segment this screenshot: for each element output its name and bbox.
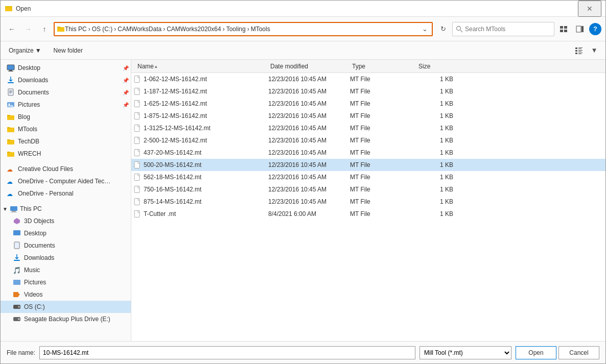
- sidebar-item-creative-cloud[interactable]: ☁ Creative Cloud Files: [1, 163, 131, 175]
- file-type: MT File: [350, 76, 416, 83]
- file-size: 1 KB: [416, 137, 457, 144]
- sidebar-item-onedrive-work[interactable]: ☁ OneDrive - Computer Aided Technolo...: [1, 175, 131, 187]
- sidebar-item-documents[interactable]: Documents 📌: [1, 86, 131, 99]
- view-dropdown-button[interactable]: ▼: [587, 44, 601, 57]
- breadcrumb-part-2[interactable]: OS (C:): [92, 26, 113, 33]
- col-header-name[interactable]: Name ▴: [133, 60, 266, 72]
- sidebar-label-onedrive-personal: OneDrive - Personal: [18, 190, 74, 197]
- filetype-select[interactable]: Mill Tool (*.mt) All Files (*.*): [419, 346, 511, 359]
- preview-button[interactable]: [573, 22, 587, 36]
- cancel-button[interactable]: Cancel: [558, 346, 599, 359]
- col-header-type[interactable]: Type: [348, 60, 414, 72]
- organize-button[interactable]: Organize ▼: [5, 44, 45, 57]
- svg-rect-3: [57, 28, 64, 32]
- file-icon: [133, 185, 142, 193]
- this-pc-icon: [10, 205, 18, 213]
- sidebar-label-documents-pc: Documents: [24, 242, 55, 249]
- breadcrumb-part-6[interactable]: MTools: [251, 26, 270, 33]
- pictures-icon: [7, 101, 15, 109]
- forward-button[interactable]: →: [21, 22, 35, 36]
- filename-input[interactable]: [39, 346, 415, 359]
- this-pc-label: This PC: [20, 205, 42, 212]
- sidebar-item-pictures-pc[interactable]: Pictures: [1, 276, 131, 288]
- downloads-pc-icon: [13, 254, 21, 262]
- sidebar-label-3d-objects: 3D Objects: [24, 217, 54, 225]
- file-row-4[interactable]: 1-3125-12-MS-16142.mt 12/23/2016 10:45 A…: [131, 122, 605, 134]
- file-row-11[interactable]: T-Cutter .mt 8/4/2021 6:00 AM MT File 1 …: [131, 208, 605, 220]
- file-name: 1-062-12-MS-16142.mt: [144, 76, 268, 83]
- sidebar-item-documents-pc[interactable]: Documents: [1, 239, 131, 252]
- this-pc-header[interactable]: ▼ This PC: [1, 203, 131, 215]
- file-row-10[interactable]: 875-14-MS-16142.mt 12/23/2016 10:45 AM M…: [131, 196, 605, 208]
- open-button[interactable]: Open: [516, 346, 556, 359]
- sidebar-item-3d-objects[interactable]: 3D Objects: [1, 215, 131, 227]
- new-folder-button[interactable]: New folder: [50, 44, 87, 57]
- file-row-8[interactable]: 562-18-MS-16142.mt 12/23/2016 10:45 AM M…: [131, 171, 605, 183]
- sidebar-item-downloads[interactable]: Downloads 📌: [1, 74, 131, 86]
- address-dropdown-button[interactable]: ⌄: [419, 22, 430, 36]
- file-row-2[interactable]: 1-625-12-MS-16142.mt 12/23/2016 10:45 AM…: [131, 98, 605, 110]
- main-content: Desktop 📌 Downloads 📌 Documents 📌: [1, 60, 605, 341]
- file-name: 750-16-MS-16142.mt: [144, 186, 268, 193]
- file-icon: [133, 124, 142, 132]
- svg-rect-39: [7, 152, 10, 153]
- sidebar-item-desktop[interactable]: Desktop 📌: [1, 62, 131, 74]
- sidebar-item-music[interactable]: 🎵 Music: [1, 264, 131, 276]
- file-row-1[interactable]: 1-187-12-MS-16142.mt 12/23/2016 10:45 AM…: [131, 85, 605, 98]
- svg-rect-13: [575, 47, 577, 49]
- 3d-objects-icon: [13, 217, 21, 225]
- videos-icon: [13, 290, 21, 299]
- search-input[interactable]: [465, 26, 551, 33]
- file-size: 1 KB: [416, 125, 457, 132]
- file-icon: [133, 210, 142, 218]
- file-row-5[interactable]: 2-500-12-MS-16142.mt 12/23/2016 10:45 AM…: [131, 134, 605, 147]
- change-view-button[interactable]: [572, 44, 586, 57]
- address-bar[interactable]: This PC › OS (C:) › CAMWorksData › CAMWo…: [54, 22, 433, 36]
- pin-icon-downloads: 📌: [123, 78, 129, 83]
- file-date: 12/23/2016 10:45 AM: [268, 198, 350, 205]
- svg-rect-44: [12, 211, 16, 212]
- sidebar-item-wrech[interactable]: WRECH: [1, 148, 131, 160]
- sidebar-item-seagate[interactable]: Seagate Backup Plus Drive (E:): [1, 313, 131, 325]
- close-button[interactable]: ✕: [578, 1, 601, 17]
- sidebar-label-techdb: TechDB: [18, 138, 39, 145]
- sidebar-item-os-c[interactable]: OS (C:): [1, 301, 131, 313]
- action-buttons: Open Cancel: [516, 346, 599, 359]
- back-button[interactable]: ←: [5, 22, 19, 36]
- file-type: MT File: [350, 210, 416, 217]
- sidebar-item-blog[interactable]: Blog: [1, 111, 131, 123]
- file-list-header: Name ▴ Date modified Type Size: [131, 60, 605, 73]
- file-date: 12/23/2016 10:45 AM: [268, 88, 350, 95]
- help-button[interactable]: ?: [589, 23, 601, 35]
- dialog-icon: [5, 5, 13, 13]
- sidebar-item-downloads-pc[interactable]: Downloads: [1, 252, 131, 264]
- breadcrumb-part-3[interactable]: CAMWorksData: [118, 26, 161, 33]
- view-options-button[interactable]: [556, 22, 571, 36]
- sidebar-label-pictures-pc: Pictures: [24, 279, 46, 286]
- file-row-6[interactable]: 437-20-MS-16142.mt 12/23/2016 10:45 AM M…: [131, 147, 605, 159]
- file-date: 12/23/2016 10:45 AM: [268, 161, 350, 168]
- col-header-date[interactable]: Date modified: [266, 60, 348, 72]
- svg-rect-19: [575, 53, 577, 54]
- file-row-0[interactable]: 1-062-12-MS-16142.mt 12/23/2016 10:45 AM…: [131, 73, 605, 85]
- sidebar-item-onedrive-personal[interactable]: ☁ OneDrive - Personal: [1, 187, 131, 200]
- file-row-7[interactable]: 500-20-MS-16142.mt 12/23/2016 10:45 AM M…: [131, 159, 605, 171]
- breadcrumb-part-5[interactable]: Tooling: [226, 26, 246, 33]
- file-row-3[interactable]: 1-875-12-MS-16142.mt 12/23/2016 10:45 AM…: [131, 110, 605, 122]
- svg-rect-37: [7, 139, 10, 141]
- sidebar-item-desktop-pc[interactable]: Desktop: [1, 227, 131, 239]
- col-header-size[interactable]: Size: [414, 60, 455, 72]
- file-date: 12/23/2016 10:45 AM: [268, 149, 350, 156]
- sidebar-item-pictures[interactable]: Pictures 📌: [1, 99, 131, 111]
- breadcrumb-part-1[interactable]: This PC: [65, 26, 87, 33]
- pin-icon-desktop: 📌: [123, 65, 129, 71]
- sidebar-item-videos[interactable]: Videos: [1, 288, 131, 301]
- preview-icon: [576, 25, 584, 33]
- sidebar-item-techdb[interactable]: TechDB: [1, 135, 131, 148]
- sidebar-item-mtools[interactable]: MTools: [1, 123, 131, 135]
- refresh-button[interactable]: ↻: [436, 22, 450, 36]
- up-button[interactable]: ↑: [37, 22, 52, 36]
- breadcrumb-part-4[interactable]: CAMWorks2020x64: [167, 26, 221, 33]
- sidebar-label-onedrive-work: OneDrive - Computer Aided Technolo...: [18, 178, 112, 185]
- file-row-9[interactable]: 750-16-MS-16142.mt 12/23/2016 10:45 AM M…: [131, 183, 605, 196]
